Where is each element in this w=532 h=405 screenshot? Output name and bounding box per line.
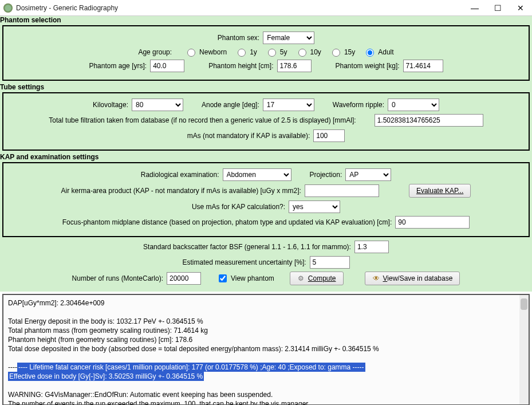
age-group-radios: Newborn 1y 5y 10y 15y Adult: [184, 47, 393, 57]
age-radio-15y[interactable]: [332, 49, 340, 57]
gear-icon: ⚙: [297, 274, 305, 282]
output-line: DAP[uGy*mm2]: 2.30464e+009: [8, 298, 524, 308]
runs-input[interactable]: [167, 272, 201, 285]
age-radio-label: Adult: [378, 48, 393, 56]
age-radio-5y[interactable]: [268, 49, 276, 57]
evaluate-kap-button[interactable]: Evaluate KAP...: [409, 184, 471, 198]
output-cancer-risk: ---- Lifetime fatal cancer risk [cases/1…: [17, 363, 365, 372]
exam-select[interactable]: Abdomen: [223, 168, 291, 181]
compute-button[interactable]: ⚙ Compute: [290, 272, 344, 285]
use-mas-label: Use mAs for KAP calculation?:: [192, 203, 285, 211]
age-radio-label: 1y: [250, 48, 257, 56]
age-radio-adult[interactable]: [366, 49, 374, 57]
age-radio-label: 5y: [280, 48, 287, 56]
age-radio-1y[interactable]: [238, 49, 246, 57]
bsf-input[interactable]: [354, 241, 389, 253]
tube-group: Kilovoltage: 80 Anode angle [deg]: 17 Wa…: [2, 92, 530, 151]
kap-input[interactable]: [305, 184, 379, 197]
output-line: Total phantom mass (from geometry scalin…: [8, 326, 524, 335]
phantom-sex-label: Phantom sex:: [218, 34, 259, 42]
output-line: The number of events in the run exceeded…: [8, 399, 524, 404]
kap-group-title: KAP and examination settings: [0, 153, 530, 161]
uncert-label: Estimated measurement uncertainty [%]:: [182, 258, 306, 266]
kv-label: Kilovoltage:: [93, 101, 128, 109]
view-save-button[interactable]: 👁 View/Save in database: [365, 272, 460, 285]
view-phantom-label: View phantom: [231, 274, 274, 282]
age-radio-newborn[interactable]: [187, 49, 195, 57]
output-line: Total Energy deposit in the body is: 103…: [8, 317, 524, 326]
anode-select[interactable]: 17: [263, 99, 314, 111]
exam-label: Radiological examination:: [141, 171, 219, 179]
kap-label: Air kerma-area product (KAP - not mandat…: [61, 187, 301, 195]
window-title: Dosimetry - Generic Radiography: [16, 4, 463, 12]
scrollbar-thumb[interactable]: [521, 298, 527, 310]
output-line: Total dose deposited in the body (absorb…: [8, 344, 524, 353]
ripple-select[interactable]: 0: [388, 99, 439, 111]
anode-label: Anode angle [deg]:: [202, 101, 259, 109]
phantom-height-input[interactable]: [277, 60, 312, 72]
output-line: WARNING: G4VisManager::EndOfRun: Automat…: [8, 390, 524, 399]
projection-select[interactable]: AP: [345, 168, 391, 181]
kv-select[interactable]: 80: [132, 99, 183, 111]
mas-input[interactable]: [313, 129, 345, 142]
kap-group: Radiological examination: Abdomen Projec…: [2, 162, 530, 237]
mas-label: mAs (not mandatory if KAP is available):: [187, 132, 310, 140]
phantom-weight-input[interactable]: [403, 60, 443, 72]
output-text[interactable]: DAP[uGy*mm2]: 2.30464e+009 Total Energy …: [3, 295, 529, 404]
output-effective-dose: Effective dose in body [Gy[-]Sv]: 3.5025…: [8, 372, 204, 381]
output-scrollbar[interactable]: [519, 295, 529, 404]
maximize-button[interactable]: ☐: [486, 1, 509, 15]
close-button[interactable]: ✕: [509, 1, 532, 15]
general-settings: Standard backscatter factor BSF (general…: [2, 241, 530, 285]
view-phantom-checkbox[interactable]: [219, 274, 227, 282]
app-icon: [3, 3, 13, 13]
age-radio-10y[interactable]: [298, 49, 306, 57]
eye-icon: 👁: [372, 274, 380, 282]
phantom-sex-select[interactable]: Female: [263, 32, 314, 44]
fpd-input[interactable]: [395, 216, 470, 229]
phantom-height-label: Phantom height [cm]:: [208, 62, 273, 70]
filtration-label: Total tube filtration taken from databas…: [49, 116, 356, 124]
phantom-age-label: Phantom age [yrs]:: [89, 62, 147, 70]
output-line: Phantom height (from geometry scaling ro…: [8, 335, 524, 344]
projection-label: Projection:: [310, 171, 342, 179]
uncert-input[interactable]: [310, 256, 350, 269]
ripple-label: Waveform ripple:: [333, 101, 384, 109]
output-console: DAP[uGy*mm2]: 2.30464e+009 Total Energy …: [2, 294, 530, 405]
phantom-group: Phantom sex: Female Age group: Newborn 1…: [2, 25, 530, 81]
age-group-label: Age group:: [138, 48, 172, 56]
runs-label: Number of runs (MonteCarlo):: [72, 274, 163, 282]
phantom-age-input[interactable]: [150, 60, 184, 72]
title-bar: Dosimetry - Generic Radiography — ☐ ✕: [0, 0, 532, 16]
tube-group-title: Tube settings: [0, 83, 530, 91]
phantom-weight-label: Phantom weight [kg]:: [336, 62, 400, 70]
bsf-label: Standard backscatter factor BSF (general…: [143, 243, 351, 251]
age-radio-label: 10y: [310, 48, 321, 56]
filtration-input[interactable]: [375, 114, 483, 127]
age-radio-label: Newborn: [199, 48, 227, 56]
use-mas-select[interactable]: yes: [289, 200, 340, 213]
age-radio-label: 15y: [344, 48, 355, 56]
minimize-button[interactable]: —: [463, 1, 486, 15]
phantom-group-title: Phantom selection: [0, 16, 530, 24]
fpd-label: Focus-phantom midplane distance (based o…: [62, 218, 392, 226]
main-panel: Phantom selection Phantom sex: Female Ag…: [0, 16, 532, 292]
